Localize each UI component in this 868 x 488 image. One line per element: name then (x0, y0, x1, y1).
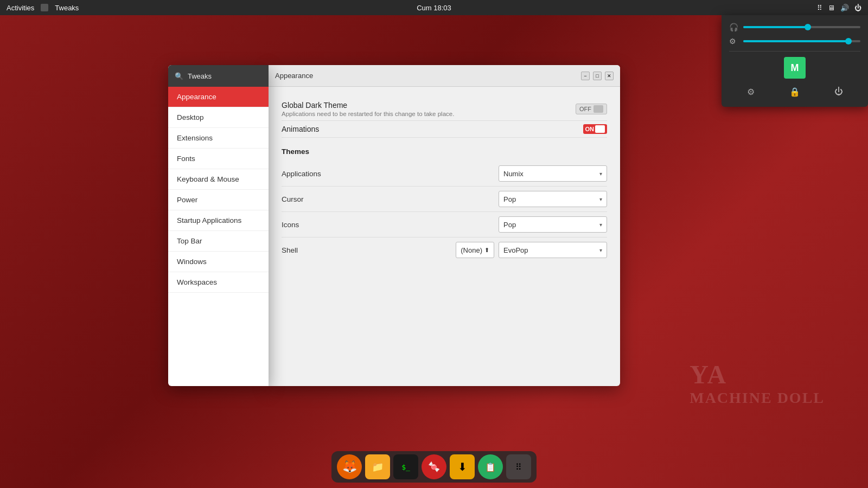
animations-label: Animations (282, 125, 319, 133)
dock-item-files[interactable]: 📁 (365, 454, 390, 479)
tweaks-main: Appearance − □ ✕ Global Dark Theme Appli… (269, 65, 620, 386)
headphone-icon: 🎧 (729, 23, 738, 31)
cursor-dropdown-value: Pop (503, 195, 516, 203)
topbar-right: ⠿ 🖥 🔊 ⏻ (817, 4, 861, 12)
screen-icon[interactable]: 🖥 (828, 4, 835, 12)
sidebar-item-desktop[interactable]: Desktop (168, 107, 269, 128)
brightness-slider[interactable] (743, 40, 860, 42)
animations-toggle[interactable]: ON (583, 124, 608, 134)
quick-bottom-row: ⚙ 🔒 ⏻ (729, 84, 860, 99)
brightness-fill (743, 40, 848, 42)
manjaro-icon: M (784, 57, 806, 79)
cursor-dropdown[interactable]: Pop ▾ (499, 191, 607, 207)
main-title: Appearance (275, 72, 313, 80)
themes-section-title: Themes (282, 147, 607, 156)
volume-thumb[interactable] (805, 24, 811, 30)
tweaks-sidebar: 🔍 Tweaks Appearance Desktop Extensions F… (168, 65, 269, 386)
global-dark-theme-toggle[interactable]: OFF (576, 104, 607, 114)
sidebar-item-keyboard-mouse[interactable]: Keyboard & Mouse (168, 169, 269, 190)
minimize-button[interactable]: − (581, 72, 590, 80)
volume-slider[interactable] (743, 26, 860, 28)
shell-theme-value: EvoPop (503, 246, 528, 254)
shell-upload-icon: ⬆ (484, 247, 489, 254)
sidebar-item-appearance[interactable]: Appearance (168, 87, 269, 107)
icons-dropdown[interactable]: Pop ▾ (499, 216, 607, 233)
bg-text: YA MACHINE DOLL (690, 359, 825, 407)
dock-item-gpaste[interactable]: 📋 (478, 454, 503, 479)
applications-dropdown-arrow: ▾ (599, 171, 602, 177)
quick-panel-divider (729, 51, 860, 52)
power-icon[interactable]: ⏻ (854, 4, 861, 12)
icons-dropdown-value: Pop (503, 221, 516, 229)
global-dark-theme-info: Global Dark Theme Applications need to b… (282, 101, 454, 117)
icons-theme-label: Icons (282, 221, 299, 229)
cursor-theme-label: Cursor (282, 195, 304, 203)
cursor-dropdown-arrow: ▾ (599, 196, 602, 202)
toggle-off-label: OFF (579, 106, 591, 112)
icons-dropdown-arrow: ▾ (599, 222, 602, 228)
sidebar-item-top-bar[interactable]: Top Bar (168, 231, 269, 252)
volume-fill (743, 26, 808, 28)
app-name: Tweaks (55, 4, 79, 12)
global-dark-theme-row: Global Dark Theme Applications need to b… (282, 98, 607, 121)
app-icon (41, 4, 48, 11)
shell-controls: (None) ⬆ EvoPop ▾ (456, 242, 607, 258)
applications-theme-label: Applications (282, 170, 321, 178)
sidebar-nav: Appearance Desktop Extensions Fonts Keyb… (168, 87, 269, 386)
topbar: Activities Tweaks Cum 18:03 ⠿ 🖥 🔊 ⏻ (0, 0, 868, 15)
shell-dropdown-arrow: ▾ (599, 247, 602, 253)
shell-none-value: (None) (461, 246, 482, 254)
icons-theme-row: Icons Pop ▾ (282, 212, 607, 237)
window-controls: − □ ✕ (581, 72, 614, 80)
global-dark-theme-sublabel: Applications need to be restarted for th… (282, 111, 454, 117)
sidebar-item-windows[interactable]: Windows (168, 252, 269, 272)
search-icon[interactable]: 🔍 (175, 72, 183, 80)
applications-dropdown[interactable]: Numix ▾ (499, 165, 607, 182)
shell-theme-row: Shell (None) ⬆ EvoPop ▾ (282, 237, 607, 262)
activities-button[interactable]: Activities (7, 4, 34, 12)
tweaks-sidebar-header: 🔍 Tweaks (168, 65, 269, 87)
volume-slider-row: 🎧 (729, 23, 860, 31)
brightness-thumb[interactable] (845, 38, 852, 44)
lock-icon[interactable]: 🔒 (787, 84, 802, 99)
sidebar-item-workspaces[interactable]: Workspaces (168, 272, 269, 293)
main-header: Appearance − □ ✕ (269, 65, 620, 87)
main-content: Global Dark Theme Applications need to b… (269, 87, 620, 386)
sidebar-item-extensions[interactable]: Extensions (168, 128, 269, 149)
brightness-icon: ⚙ (729, 37, 738, 46)
sidebar-item-fonts[interactable]: Fonts (168, 149, 269, 169)
topbar-time: Cum 18:03 (417, 4, 451, 12)
settings-icon[interactable]: ⚙ (743, 84, 758, 99)
maximize-button[interactable]: □ (593, 72, 602, 80)
shutdown-icon[interactable]: ⏻ (831, 84, 846, 99)
dock-item-uget[interactable]: ⬇ (450, 454, 475, 479)
applications-theme-row: Applications Numix ▾ (282, 161, 607, 187)
dock-item-peppermint[interactable]: 🍬 (422, 454, 446, 479)
applications-dropdown-value: Numix (503, 170, 524, 178)
grid-icon[interactable]: ⠿ (817, 4, 822, 12)
dock-item-firefox[interactable]: 🦊 (337, 454, 362, 479)
toggle-on-label: ON (585, 126, 595, 132)
sidebar-title: Tweaks (188, 72, 212, 80)
dock-item-apps[interactable]: ⠿ (506, 454, 531, 479)
topbar-left: Activities Tweaks (7, 4, 79, 12)
sidebar-item-power[interactable]: Power (168, 190, 269, 210)
cursor-theme-row: Cursor Pop ▾ (282, 187, 607, 212)
toggle-on-knob (595, 125, 605, 133)
brightness-slider-row: ⚙ (729, 37, 860, 46)
taskbar-dock: 🦊 📁 $_ 🍬 ⬇ 📋 ⠿ (331, 451, 537, 483)
quick-panel: 🎧 ⚙ M ⚙ 🔒 ⏻ (722, 15, 868, 107)
close-button[interactable]: ✕ (605, 72, 614, 80)
global-dark-theme-label: Global Dark Theme (282, 101, 454, 110)
shell-none-button[interactable]: (None) ⬆ (456, 242, 494, 258)
sidebar-item-startup-applications[interactable]: Startup Applications (168, 210, 269, 231)
shell-theme-dropdown[interactable]: EvoPop ▾ (499, 242, 607, 258)
dock-item-terminal[interactable]: $_ (393, 454, 418, 479)
volume-icon[interactable]: 🔊 (840, 4, 849, 12)
shell-theme-label: Shell (282, 246, 298, 254)
toggle-off-knob (593, 105, 603, 113)
animations-row: Animations ON (282, 121, 607, 138)
